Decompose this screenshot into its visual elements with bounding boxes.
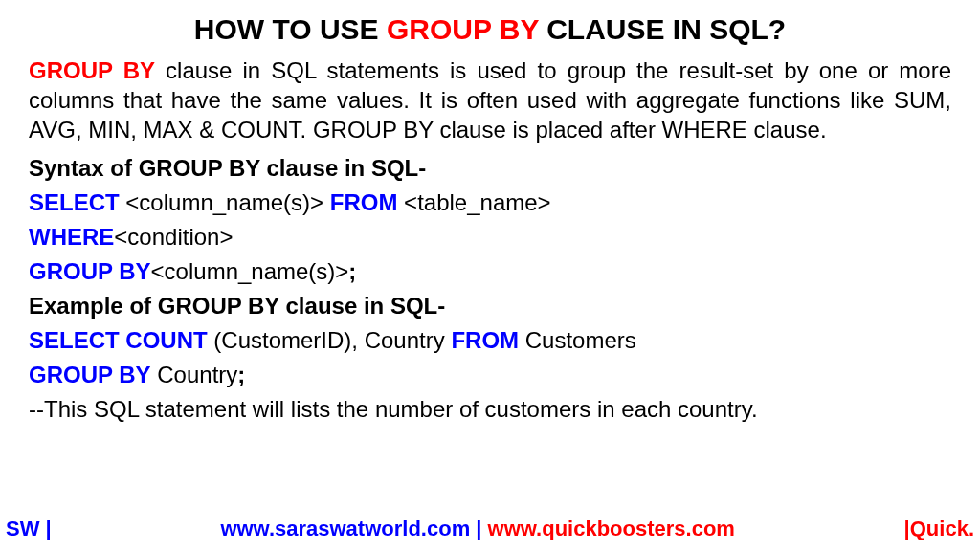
keyword-groupby: GROUP BY — [29, 362, 151, 387]
example-text: Customers — [519, 327, 636, 353]
syntax-line-2: WHERE<condition> — [29, 224, 951, 251]
footer-center: www.saraswatworld.com | www.quickbooster… — [52, 517, 904, 541]
sql-comment: --This SQL statement will lists the numb… — [29, 396, 951, 423]
example-text: Country — [151, 362, 238, 387]
syntax-text: <column_name(s)> — [120, 189, 330, 215]
syntax-text: <table_name> — [397, 189, 550, 215]
syntax-line-3: GROUP BY<column_name(s)>; — [29, 258, 951, 285]
keyword-select-count: SELECT COUNT — [29, 327, 208, 353]
syntax-text: <condition> — [114, 224, 233, 250]
keyword-select: SELECT — [29, 189, 120, 215]
footer-url-2: www.quickboosters.com — [488, 517, 735, 540]
title-part2: CLAUSE IN SQL? — [539, 13, 786, 45]
example-line-2: GROUP BY Country; — [29, 362, 951, 388]
description-body: clause in SQL statements is used to grou… — [29, 57, 951, 143]
semicolon: ; — [348, 258, 356, 284]
description-text: GROUP BY clause in SQL statements is use… — [29, 55, 951, 145]
syntax-line-1: SELECT <column_name(s)> FROM <table_name… — [29, 189, 951, 216]
footer-url-1: www.saraswatworld.com | — [220, 517, 487, 540]
page-title: HOW TO USE GROUP BY CLAUSE IN SQL? — [29, 13, 951, 46]
example-text: (CustomerID), Country — [208, 327, 452, 353]
footer: SW | www.saraswatworld.com | www.quickbo… — [0, 517, 980, 541]
semicolon: ; — [237, 362, 245, 387]
title-highlight: GROUP BY — [387, 13, 539, 45]
title-part1: HOW TO USE — [194, 13, 387, 45]
example-line-1: SELECT COUNT (CustomerID), Country FROM … — [29, 327, 951, 354]
syntax-text: <column_name(s)> — [151, 258, 349, 284]
description-highlight: GROUP BY — [29, 57, 155, 83]
example-heading: Example of GROUP BY clause in SQL- — [29, 293, 951, 320]
keyword-from: FROM — [330, 189, 398, 215]
footer-left: SW | — [6, 517, 52, 541]
syntax-heading: Syntax of GROUP BY clause in SQL- — [29, 155, 951, 182]
footer-right: |Quick. — [904, 517, 974, 541]
keyword-from: FROM — [451, 327, 519, 353]
keyword-where: WHERE — [29, 224, 114, 250]
keyword-groupby: GROUP BY — [29, 258, 151, 284]
